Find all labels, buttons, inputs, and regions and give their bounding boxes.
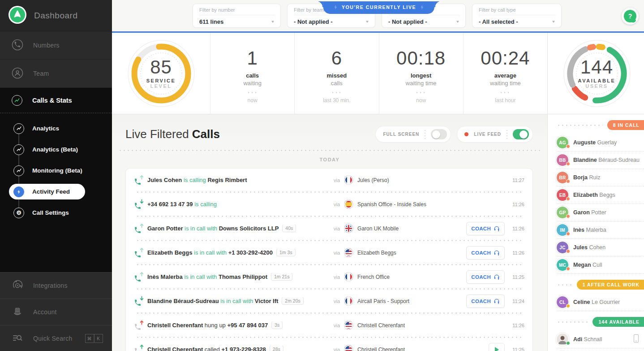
livefeed-toggle[interactable] <box>513 129 529 139</box>
account-icon <box>12 306 23 319</box>
stat-average-waiting: 00:24 average waiting time last hour <box>463 33 547 114</box>
flag-icon <box>344 321 353 330</box>
livefeed-toggle-pill[interactable]: LIVE FEED <box>457 126 533 143</box>
sidebar: Dashboard Numbers Team Calls & Stats Ana… <box>0 0 112 351</box>
play-icon <box>495 347 499 351</box>
team-member-row[interactable]: JC Jules Cohen <box>557 239 644 256</box>
status-dot <box>566 341 570 345</box>
sidebar-item-integrations[interactable]: Integrations <box>0 272 112 299</box>
call-row[interactable]: Elizabeth Beggs is in call with +1 303-2… <box>134 241 524 264</box>
headset-icon <box>494 274 500 280</box>
call-row[interactable]: Christell Cherenfant hung up +95 47 894 … <box>134 314 524 337</box>
stats-chart-icon <box>12 95 22 106</box>
member-name: Auguste Guerlay <box>573 139 617 146</box>
stat-value: 00:24 <box>481 49 530 68</box>
team-member-row[interactable]: IM Inès Malerba <box>557 221 644 239</box>
help-button[interactable]: ? <box>622 8 639 25</box>
sidebar-item-analytics[interactable]: Analytics <box>0 118 112 139</box>
team-member-row[interactable]: AG Auguste Guerlay <box>557 134 644 152</box>
cmd-key: ⌘ <box>85 334 94 343</box>
team-member-row[interactable]: Adi Schnall <box>557 331 644 348</box>
livefeed-label: LIVE FEED <box>474 132 501 137</box>
team-member-row[interactable]: MC Megan Cull <box>557 256 644 274</box>
sidebar-item-quick-search[interactable]: Quick Search ⌘K <box>0 325 112 351</box>
available-users-gauge: 144 AVAILABLE USERS <box>548 33 644 114</box>
call-row[interactable]: Blandine Béraud-Sudreau is in call with … <box>134 290 524 312</box>
call-description: Elizabeth Beggs is in call with +1 303-2… <box>147 249 334 257</box>
live-dot-icon <box>464 132 468 136</box>
filter-value: 611 lines <box>199 18 223 25</box>
page-title: Live Filtered Calls <box>125 127 220 141</box>
flag-icon <box>344 248 353 257</box>
avatar-initials: IM <box>560 228 565 233</box>
sidebar-item-numbers[interactable]: Numbers <box>0 31 112 60</box>
sidebar-item-label: Activity Feed <box>32 188 70 195</box>
sidebar-item-label: Analytics <box>32 125 59 132</box>
sidebar-item-calls-stats[interactable]: Calls & Stats <box>0 88 112 113</box>
coach-button[interactable]: COACH <box>466 270 505 284</box>
feed-area: Live Filtered Calls FULL SCREEN LIVE FEE… <box>112 114 547 351</box>
filter-value: - All selected - <box>479 18 518 25</box>
filter-value: - Not applied - <box>388 18 427 25</box>
filter-value: - Not applied - <box>294 18 333 25</box>
call-row[interactable]: Jules Cohen is calling Regis Rimbert via… <box>134 169 524 191</box>
call-via: via Aircall Paris - Support <box>334 296 464 306</box>
day-label: TODAY <box>112 157 547 162</box>
call-direction-icon <box>134 296 145 307</box>
play-recording-button[interactable] <box>489 343 505 351</box>
help-icon: ? <box>624 10 636 22</box>
coach-button[interactable]: COACH <box>466 222 505 235</box>
call-row[interactable]: Inès Malerba is in call with Thomas Phil… <box>134 265 524 288</box>
filter-label: Filter by number <box>199 7 275 15</box>
flag-icon <box>344 175 353 185</box>
shortcut-keys: ⌘K <box>85 334 103 343</box>
stat-timeframe: last 30 min. <box>323 97 350 104</box>
team-list: 8 IN CALL AG Auguste Guerlay BB Blandine… <box>548 114 644 351</box>
coach-button[interactable]: COACH <box>466 295 505 308</box>
stat-sublabel: calls <box>331 80 343 87</box>
team-member-row[interactable]: BB Blandine Béraud-Sudreau <box>557 152 644 169</box>
sidebar-item-call-settings[interactable]: ⚙ Call Settings <box>0 202 112 223</box>
call-description: Inès Malerba is in call with Thomas Phil… <box>147 273 334 281</box>
status-dot <box>566 267 570 271</box>
divider-dots <box>247 92 258 93</box>
aircall-logo <box>8 5 27 26</box>
sidebar-item-account[interactable]: Account <box>0 299 112 325</box>
sidebar-item-monitoring-beta[interactable]: Monitoring (Beta) <box>0 160 112 181</box>
filter-number[interactable]: Filter by number 611 lines▼ <box>193 4 281 28</box>
team-member-row[interactable]: Adrien Bordet <box>557 348 644 351</box>
filter-label: Filter by call type <box>479 7 556 15</box>
sidebar-item-activity-feed[interactable]: Activity Feed <box>0 181 112 202</box>
team-member-row[interactable]: CL Celine Le Gourrier <box>557 294 644 311</box>
content: Filter by number 611 lines▼ Filter by te… <box>112 0 644 351</box>
team-member-row[interactable]: GP Garon Potter <box>557 204 644 221</box>
call-time: 11:26 <box>505 202 524 207</box>
call-direction-icon <box>134 344 145 351</box>
call-time: 11:26 <box>505 323 524 328</box>
call-via: via Spanish Office - Inside Sales <box>334 199 464 209</box>
search-icon <box>12 332 23 345</box>
call-direction-icon <box>134 247 145 258</box>
call-list: Jules Cohen is calling Regis Rimbert via… <box>125 168 533 351</box>
fullscreen-toggle-pill[interactable]: FULL SCREEN <box>375 126 451 143</box>
avatar <box>557 334 568 345</box>
available-users-sublabel: USERS <box>585 83 608 89</box>
member-name: Elizabeth Beggs <box>573 192 615 198</box>
fullscreen-toggle[interactable] <box>431 129 447 139</box>
call-via: via Jules (Perso) <box>334 175 464 185</box>
avatar: EB <box>557 189 568 201</box>
team-member-row[interactable]: BR Borja Ruiz <box>557 169 644 186</box>
team-member-row[interactable]: EB Elizabeth Beggs <box>557 186 644 204</box>
gear-icon: ⚙ <box>13 208 24 218</box>
call-row[interactable]: Garon Potter is in call with Downs Solic… <box>134 217 524 240</box>
call-row[interactable]: +34 692 13 47 39 is calling via Spanish … <box>134 193 524 216</box>
call-time: 11:25 <box>505 274 524 280</box>
sidebar-item-analytics-beta[interactable]: Analytics (Beta) <box>0 139 112 160</box>
coach-label: COACH <box>471 226 491 231</box>
call-row[interactable]: Christell Cherenfant called +1 973-229-8… <box>134 338 524 351</box>
sidebar-item-team[interactable]: Team <box>0 60 112 88</box>
coach-button[interactable]: COACH <box>466 246 505 260</box>
avatar: BR <box>557 172 568 183</box>
app-title: Dashboard <box>34 11 77 21</box>
filter-call-type[interactable]: Filter by call type - All selected -▼ <box>472 4 562 28</box>
